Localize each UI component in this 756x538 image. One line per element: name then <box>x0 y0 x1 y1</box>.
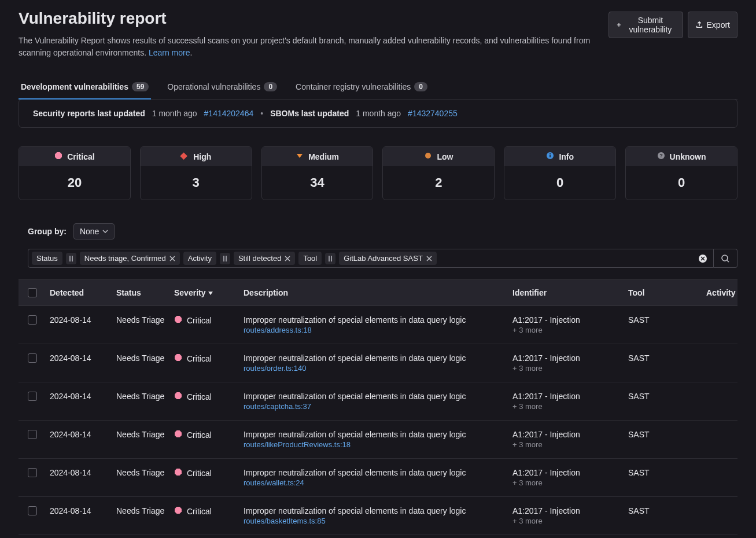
row-checkbox[interactable] <box>28 468 37 477</box>
filter-tool-label[interactable]: Tool <box>298 252 322 265</box>
table-row[interactable]: 2024-08-14 Needs Triage Critical Imprope… <box>19 421 737 459</box>
cell-tool: SAST <box>625 506 703 515</box>
export-icon <box>695 21 703 29</box>
row-checkbox[interactable] <box>28 392 37 401</box>
separator-dot: • <box>260 109 263 118</box>
submit-vulnerability-label: Submit vulnerability <box>625 16 675 34</box>
filter-activity-label[interactable]: Activity <box>183 252 216 265</box>
severity-card-high[interactable]: High 3 <box>140 146 252 200</box>
tab-container-registry-vulnerabilities[interactable]: Container registry vulnerabilities0 <box>293 75 430 100</box>
tab-label: Development vulnerabilities <box>21 82 128 91</box>
apply-filter-button[interactable] <box>714 249 737 268</box>
severity-card-unknown[interactable]: ? Unknown 0 <box>625 146 737 200</box>
severity-card-head: Low <box>383 147 494 166</box>
page-description: The Vulnerability Report shows results o… <box>19 35 609 59</box>
filter-activity-value[interactable]: Still detected <box>234 252 295 265</box>
row-checkbox[interactable] <box>28 315 37 325</box>
identifier-more[interactable]: + 3 more <box>512 478 621 487</box>
filter-status-value[interactable]: Needs triage, Confirmed <box>80 252 180 265</box>
vuln-title[interactable]: Improper neutralization of special eleme… <box>244 392 506 401</box>
identifier-more[interactable]: + 3 more <box>512 440 621 449</box>
severity-card-critical[interactable]: Critical 20 <box>19 146 131 200</box>
security-reports-link[interactable]: #1414202464 <box>204 109 254 118</box>
sboms-link[interactable]: #1432740255 <box>408 109 458 118</box>
vuln-path-link[interactable]: routes/wallet.ts:24 <box>244 478 506 487</box>
identifier-more[interactable]: + 3 more <box>512 364 621 373</box>
identifier-more[interactable]: + 3 more <box>512 402 621 411</box>
cell-severity: Critical <box>171 468 240 478</box>
table-row[interactable]: 2024-08-14 Needs Triage Critical Imprope… <box>19 344 737 382</box>
vuln-title[interactable]: Improper neutralization of special eleme… <box>244 353 506 363</box>
table-row[interactable]: 2024-08-14 Needs Triage Critical Imprope… <box>19 459 737 497</box>
severity-name: Info <box>559 152 574 161</box>
cell-description: Improper neutralization of special eleme… <box>240 430 509 449</box>
cell-detected: 2024-08-14 <box>46 430 113 439</box>
group-by-select[interactable]: None <box>73 223 115 239</box>
sboms-time: 1 month ago <box>356 109 401 118</box>
severity-icon-critical <box>174 392 182 401</box>
group-by-value: None <box>80 227 99 236</box>
filter-token-input[interactable]: Status Needs triage, Confirmed Activity … <box>28 249 714 268</box>
tab-label: Operational vulnerabilities <box>167 82 260 91</box>
vuln-title[interactable]: Improper neutralization of special eleme… <box>244 315 506 325</box>
column-severity[interactable]: Severity <box>171 288 240 297</box>
row-checkbox[interactable] <box>28 506 37 515</box>
vuln-path-link[interactable]: routes/captcha.ts:37 <box>244 402 506 411</box>
table-row[interactable]: 2024-08-14 Needs Triage Critical Imprope… <box>19 306 737 344</box>
severity-count: 20 <box>19 166 130 200</box>
severity-text: Critical <box>187 354 212 363</box>
severity-card-medium[interactable]: Medium 34 <box>261 146 374 200</box>
vuln-path-link[interactable]: routes/likeProductReviews.ts:18 <box>244 440 506 449</box>
learn-more-link[interactable]: Learn more <box>149 48 190 57</box>
severity-icon-critical <box>174 315 182 325</box>
cell-status: Needs Triage <box>113 392 171 401</box>
filter-tool-value[interactable]: GitLab Advanced SAST <box>339 252 437 265</box>
cell-description: Improper neutralization of special eleme… <box>240 315 509 334</box>
filter-activity-value-text: Still detected <box>238 254 281 263</box>
severity-name: High <box>193 152 211 161</box>
select-all-checkbox[interactable] <box>28 288 37 297</box>
vuln-path-link[interactable]: routes/address.ts:18 <box>244 326 506 334</box>
severity-count: 0 <box>504 166 615 200</box>
cell-tool: SAST <box>625 468 703 477</box>
chevron-down-icon <box>102 229 108 234</box>
tabs: Development vulnerabilities59Operational… <box>19 75 737 100</box>
identifier-more[interactable]: + 3 more <box>512 517 621 525</box>
identifier-text: A1:2017 - Injection <box>512 392 621 401</box>
column-detected[interactable]: Detected <box>46 288 113 297</box>
severity-name: Medium <box>308 152 339 161</box>
close-icon[interactable] <box>426 256 432 261</box>
page-description-text: The Vulnerability Report shows results o… <box>19 36 590 57</box>
vuln-title[interactable]: Improper neutralization of special eleme… <box>244 506 506 515</box>
identifier-text: A1:2017 - Injection <box>512 315 621 325</box>
tab-label: Container registry vulnerabilities <box>296 82 411 91</box>
column-status[interactable]: Status <box>113 288 171 297</box>
row-checkbox[interactable] <box>28 430 37 439</box>
submit-vulnerability-button[interactable]: Submit vulnerability <box>609 12 683 38</box>
cell-tool: SAST <box>625 430 703 439</box>
clear-filters-button[interactable] <box>698 254 710 263</box>
vuln-title[interactable]: Improper neutralization of special eleme… <box>244 468 506 477</box>
close-icon[interactable] <box>285 256 290 261</box>
cell-status: Needs Triage <box>113 353 171 363</box>
table-row[interactable]: 2024-08-14 Needs Triage Critical Imprope… <box>19 382 737 421</box>
severity-card-info[interactable]: Info 0 <box>504 146 616 200</box>
vuln-path-link[interactable]: routes/basketItems.ts:85 <box>244 517 506 525</box>
severity-text: Critical <box>187 316 212 325</box>
export-button[interactable]: Export <box>688 12 737 38</box>
vuln-path-link[interactable]: routes/order.ts:140 <box>244 364 506 373</box>
vuln-title[interactable]: Improper neutralization of special eleme… <box>244 430 506 439</box>
row-checkbox[interactable] <box>28 353 37 363</box>
severity-card-low[interactable]: Low 2 <box>382 146 495 200</box>
cell-detected: 2024-08-14 <box>46 392 113 401</box>
column-severity-label: Severity <box>174 288 205 297</box>
identifier-more[interactable]: + 3 more <box>512 326 621 334</box>
filter-status-label[interactable]: Status <box>32 252 62 265</box>
table-header: Detected Status Severity Description Ide… <box>19 279 737 306</box>
close-icon[interactable] <box>169 256 175 261</box>
tab-development-vulnerabilities[interactable]: Development vulnerabilities59 <box>19 75 151 100</box>
tab-operational-vulnerabilities[interactable]: Operational vulnerabilities0 <box>165 75 279 100</box>
severity-text: Critical <box>187 469 212 478</box>
table-row[interactable]: 2024-08-14 Needs Triage Critical Imprope… <box>19 497 737 535</box>
cell-identifier: A1:2017 - Injection + 3 more <box>509 430 625 449</box>
